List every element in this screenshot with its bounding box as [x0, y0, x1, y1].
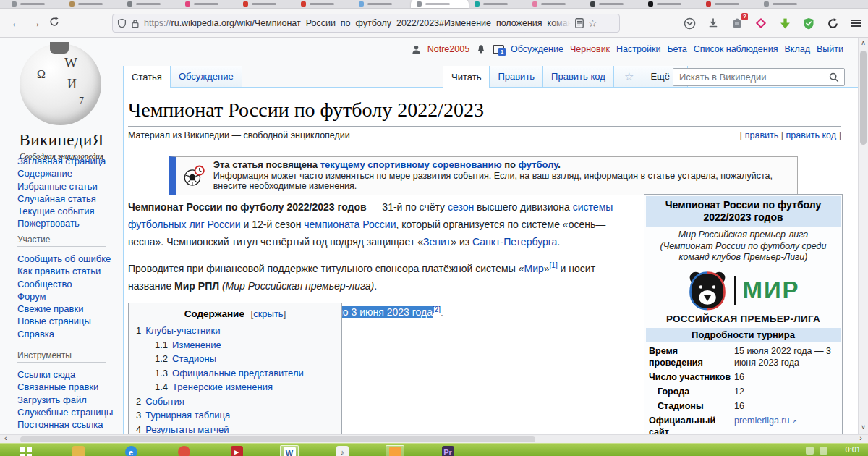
taskbar-app-button[interactable]: ▸	[227, 445, 246, 456]
url-bar[interactable]: https://ru.wikipedia.org/wiki/Чемпионат_…	[112, 14, 620, 33]
sidebar-link[interactable]: Служебные страницы	[17, 406, 113, 418]
horizontal-scrollbar[interactable]: ‹ ›	[0, 434, 868, 443]
tray-icon[interactable]	[806, 447, 814, 455]
view-tab[interactable]: Править код	[542, 66, 613, 87]
view-tab[interactable]: Править	[489, 66, 542, 87]
toc-hide-link[interactable]: [скрыть]	[251, 308, 286, 319]
sidebar-link[interactable]: Заглавная страница	[17, 155, 106, 167]
userbar-link[interactable]: Вклад	[784, 44, 810, 54]
tracking-shield-icon[interactable]	[117, 18, 127, 28]
sidebar-link[interactable]: Свежие правки	[17, 303, 111, 315]
browser-tab[interactable]	[6, 0, 64, 8]
sidebar-link[interactable]: Ссылки сюда	[17, 368, 113, 381]
taskbar-app-button[interactable]: W	[280, 445, 299, 456]
scroll-left-arrow[interactable]: ‹	[4, 434, 7, 442]
tray-icon[interactable]	[820, 447, 827, 455]
toc-item[interactable]: 1.2Стадионы	[136, 352, 334, 366]
browser-tab[interactable]	[584, 0, 642, 8]
toc-item[interactable]: 1Клубы-участники	[136, 324, 334, 338]
sidebar-link[interactable]: Сообщить об ошибке	[17, 253, 111, 265]
reader-mode-icon[interactable]	[575, 18, 584, 28]
taskbar-app-button[interactable]	[16, 445, 35, 456]
watchlist-star-icon[interactable]: ☆	[616, 66, 642, 87]
userbar-link[interactable]: Черновик	[570, 44, 610, 54]
sidebar-link[interactable]: Содержание	[17, 167, 106, 180]
browser-tab[interactable]	[700, 0, 758, 8]
scroll-down-arrow[interactable]: ∨	[859, 422, 868, 433]
toc-item[interactable]: 1.1Изменение	[136, 338, 334, 352]
taskbar-app-button[interactable]	[174, 445, 193, 456]
browser-tab[interactable]	[64, 0, 122, 8]
toc-item[interactable]: 3Турнирная таблица	[136, 408, 334, 423]
toc-item[interactable]: 1.3Официальные представители	[136, 366, 334, 381]
sidebar-link[interactable]: Как править статьи	[17, 265, 111, 277]
downloads-icon[interactable]	[706, 16, 720, 30]
sidebar-link[interactable]: Связанные правки	[17, 381, 113, 393]
circular-arrow-icon[interactable]	[825, 16, 840, 30]
notifications-bell-icon[interactable]	[476, 44, 486, 54]
browser-tab[interactable]	[642, 0, 700, 8]
video-download-icon[interactable]	[778, 16, 792, 30]
section-edit-links[interactable]: [ править | править код ]	[740, 130, 841, 140]
toc-item[interactable]: 1.4Тренерские изменения	[136, 380, 334, 394]
userbar-link[interactable]: Настройки	[616, 44, 660, 54]
back-button[interactable]: ←	[7, 17, 26, 30]
userbar-link[interactable]: Выйти	[817, 44, 843, 54]
sidebar-link[interactable]: Пожертвовать	[17, 217, 106, 229]
sidebar-link[interactable]: Постоянная ссылка	[17, 418, 113, 431]
browser-tab[interactable]	[353, 0, 411, 8]
scroll-right-arrow[interactable]: ›	[859, 434, 862, 442]
sidebar-link[interactable]: Загрузить файл	[17, 394, 113, 406]
bookmark-star-icon[interactable]: ☆	[588, 17, 597, 29]
menu-hamburger-icon[interactable]	[849, 16, 864, 30]
browser-tab[interactable]	[179, 0, 237, 8]
browser-tab[interactable]	[411, 0, 469, 8]
browser-tab[interactable]	[758, 0, 816, 8]
sidebar-link[interactable]: Справка	[17, 328, 111, 340]
sidebar-link[interactable]: Сведения о странице	[17, 431, 113, 434]
scroll-up-arrow[interactable]: ∧	[859, 38, 868, 48]
sidebar-link[interactable]: Избранные статьи	[17, 180, 106, 193]
sidebar-link[interactable]: Случайная статья	[17, 193, 106, 205]
toc-item[interactable]: 2События	[136, 394, 334, 409]
search-input[interactable]	[673, 72, 829, 83]
toc-item[interactable]: 4Результаты матчей	[136, 423, 334, 435]
view-tab[interactable]: Читать	[443, 66, 489, 88]
browser-tab[interactable]	[237, 0, 295, 8]
pink-extension-icon[interactable]	[754, 16, 768, 30]
sidebar-link[interactable]: Новые страницы	[17, 315, 111, 327]
userbar-link[interactable]: Обсуждение	[511, 44, 563, 54]
wikipedia-globe-logo[interactable]: W Ω И 7	[20, 43, 101, 125]
taskbar-app-button[interactable]	[386, 445, 404, 456]
sidebar-link[interactable]: Сообщество	[17, 278, 111, 290]
taskbar-app-button[interactable]: Pr	[438, 445, 457, 456]
url-text[interactable]: https://ru.wikipedia.org/wiki/Чемпионат_…	[144, 18, 571, 28]
sidebar-link[interactable]: Текущие события	[17, 205, 106, 217]
pocket-icon[interactable]	[682, 16, 697, 30]
taskbar-app-button[interactable]	[69, 445, 88, 456]
vertical-scrollbar[interactable]: ∧ ∨	[858, 38, 868, 434]
browser-tab[interactable]	[295, 0, 353, 8]
browser-tab[interactable]	[122, 0, 179, 8]
taskbar-app-button[interactable]: e	[122, 445, 140, 456]
notice-tray-icon[interactable]: 1	[493, 45, 504, 54]
reload-button[interactable]	[45, 17, 64, 30]
wikipedia-wordmark[interactable]: ВикипедиЯ	[0, 131, 123, 150]
tab-title-placeholder	[657, 3, 681, 5]
browser-tab[interactable]	[527, 0, 584, 8]
taskbar-app-button[interactable]: ♪	[333, 445, 352, 456]
username-link[interactable]: Notre2005	[427, 44, 469, 54]
horizontal-scroll-thumb[interactable]	[20, 436, 535, 442]
extension-icon[interactable]: ?	[730, 16, 744, 30]
sidebar-link[interactable]: Форум	[17, 290, 111, 303]
userbar-link[interactable]: Бета	[667, 44, 686, 54]
forward-button[interactable]: →	[26, 17, 45, 30]
namespace-tab[interactable]: Обсуждение	[170, 66, 242, 87]
adguard-shield-icon[interactable]	[801, 16, 816, 30]
browser-tab[interactable]	[469, 0, 527, 8]
search-icon[interactable]	[829, 72, 839, 83]
lock-icon[interactable]	[131, 19, 140, 28]
vertical-scroll-thumb[interactable]	[860, 51, 867, 145]
namespace-tab[interactable]: Статья	[123, 66, 170, 88]
userbar-link[interactable]: Список наблюдения	[694, 44, 778, 54]
